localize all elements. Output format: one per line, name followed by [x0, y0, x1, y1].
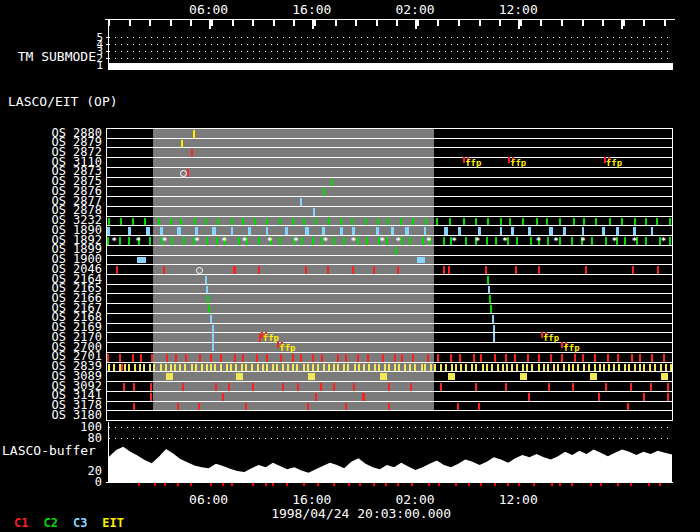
os-row	[106, 274, 673, 284]
lasco-timeline-screen: 06:0016:0002:0012:00 TM SUBMODE 54321 LA…	[0, 0, 700, 532]
event-tick	[206, 286, 208, 294]
event-tick	[475, 364, 477, 372]
tm-axis-tick	[106, 58, 110, 59]
event-tick	[656, 218, 658, 226]
event-tick	[505, 354, 507, 362]
event-tick	[654, 364, 656, 372]
event-tick	[368, 364, 370, 372]
os-row	[106, 323, 673, 333]
event-tick	[471, 364, 473, 372]
event-tick	[363, 364, 365, 372]
time-label: 06:00	[189, 2, 228, 17]
time-label: 16:00	[292, 492, 331, 507]
event-tick	[124, 364, 126, 372]
event-tick	[248, 227, 251, 235]
event-tick	[305, 227, 309, 235]
event-tick	[424, 227, 426, 235]
event-tick	[574, 354, 576, 362]
event-tick	[628, 364, 630, 372]
event-tick	[170, 218, 172, 226]
time-label: 16:00	[292, 2, 331, 17]
buffer-usage-area-chart	[109, 422, 672, 482]
event-tick	[279, 218, 281, 226]
event-tick	[561, 354, 563, 362]
event-tick	[210, 354, 212, 362]
event-tick	[409, 237, 411, 245]
image-marker	[630, 483, 632, 486]
event-tick	[340, 218, 342, 226]
event-tick	[206, 237, 208, 245]
event-tick	[351, 218, 353, 226]
image-marker	[333, 483, 335, 486]
event-tick	[460, 364, 462, 372]
event-tick	[397, 266, 399, 274]
event-tick	[312, 354, 314, 362]
tm-gridline	[109, 51, 673, 52]
event-tick	[548, 383, 550, 391]
os-row	[106, 362, 673, 372]
time-label: 02:00	[395, 2, 434, 17]
ffp-label: ffp	[465, 159, 481, 168]
event-tick	[491, 364, 493, 372]
bottom-axis-labels: 06:0016:0002:0012:00	[106, 492, 673, 506]
image-marker	[494, 483, 496, 486]
event-tick	[217, 218, 219, 226]
event-tick	[528, 227, 531, 235]
os-row	[106, 138, 673, 148]
tm-axis-tick	[106, 51, 110, 52]
event-tick	[520, 373, 527, 380]
event-tick	[478, 227, 481, 235]
event-tick	[303, 364, 305, 372]
event-tick	[107, 354, 109, 362]
event-tick	[214, 364, 216, 372]
event-tick	[266, 354, 268, 362]
event-tick	[345, 403, 347, 411]
event-tick	[571, 237, 573, 245]
event-tick	[108, 218, 110, 226]
event-tick	[643, 364, 645, 372]
event-tick	[582, 227, 584, 235]
event-tick	[414, 364, 416, 372]
event-tick	[450, 354, 452, 362]
event-tick	[357, 237, 359, 245]
os-row: ffpffp	[106, 342, 673, 352]
event-tick	[382, 354, 384, 362]
event-tick	[301, 237, 303, 245]
event-tick	[531, 364, 533, 372]
event-tick	[241, 364, 243, 372]
time-label: 12:00	[499, 492, 538, 507]
os-row	[106, 284, 673, 294]
event-tick	[166, 354, 168, 362]
event-tick	[585, 266, 587, 274]
image-marker	[551, 483, 553, 486]
event-tick	[282, 383, 284, 391]
time-label: 12:00	[499, 2, 538, 17]
os-panel: OS 2880OS 2879OS 2872OS 3110ffpffpffpOS …	[106, 128, 673, 421]
tm-ytick-label: 1	[93, 60, 103, 71]
event-tick	[160, 227, 163, 235]
os-row	[106, 293, 673, 303]
event-tick	[395, 247, 397, 255]
event-tick	[327, 266, 329, 274]
image-marker	[385, 483, 387, 486]
event-tick	[465, 237, 467, 245]
event-tick	[128, 237, 130, 245]
event-tick	[160, 364, 162, 372]
event-tick	[630, 383, 632, 391]
event-tick	[436, 218, 438, 226]
event-tick	[297, 383, 299, 391]
event-tick	[256, 354, 258, 362]
event-tick	[276, 364, 278, 372]
event-tick	[108, 364, 110, 372]
image-marker	[518, 483, 520, 486]
event-tick	[313, 208, 315, 216]
event-tick	[553, 364, 555, 372]
event-tick	[187, 169, 189, 177]
image-marker	[210, 483, 212, 486]
event-tick	[509, 218, 511, 226]
event-tick	[475, 218, 477, 226]
event-tick	[645, 218, 647, 226]
event-tick	[262, 364, 264, 372]
event-tick	[198, 403, 200, 411]
lasco-buffer-label: LASCO-buffer	[2, 444, 96, 457]
